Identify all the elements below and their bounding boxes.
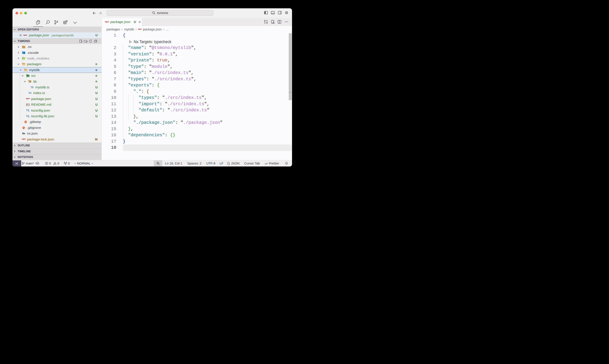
svg-text:JS: JS xyxy=(23,58,25,60)
svg-text:TS: TS xyxy=(30,86,33,89)
svg-text:Nx: Nx xyxy=(22,132,25,135)
svg-text:TS: TS xyxy=(28,92,31,94)
svg-text:</>: </> xyxy=(27,76,29,77)
